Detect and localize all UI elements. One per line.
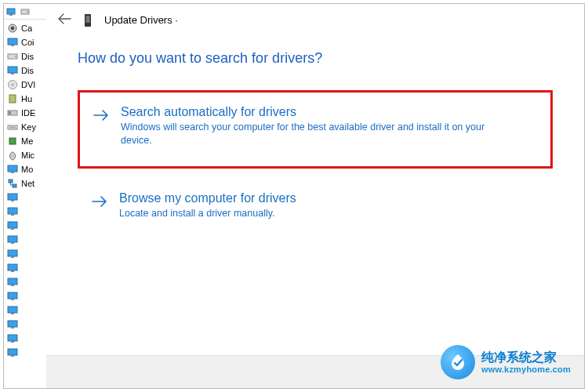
device-tree-item[interactable]: Ca [4, 21, 46, 35]
device-tree-item-label: Me [21, 136, 33, 146]
device-tree-item-label: Dis [21, 52, 34, 61]
device-tree: CaCoiDisDisDVIHuIDEKeyMeMicMoNet [4, 20, 46, 360]
svg-rect-10 [8, 67, 17, 73]
device-tree-item[interactable]: Net [4, 176, 46, 191]
svg-point-3 [27, 11, 28, 13]
device-tree-item-label: Ca [21, 24, 32, 33]
monitor-icon [7, 249, 18, 260]
monitor-icon [7, 192, 18, 203]
device-tree-item[interactable]: Hu [4, 92, 46, 106]
option-title: Search automatically for drivers [121, 105, 536, 119]
dialog-question: How do you want to search for drivers? [78, 50, 553, 67]
svg-rect-33 [8, 250, 17, 256]
arrow-right-icon [93, 108, 110, 125]
device-tree-item[interactable] [4, 332, 46, 346]
ide-icon [7, 107, 18, 118]
monitor-icon [7, 37, 18, 48]
device-tree-item[interactable]: Dis [4, 64, 46, 78]
option-title: Browse my computer for drivers [119, 191, 538, 205]
device-tree-item[interactable] [4, 289, 46, 303]
svg-rect-6 [8, 38, 17, 45]
device-manager-sidebar: CaCoiDisDisDVIHuIDEKeyMeMicMoNet [4, 4, 46, 388]
svg-rect-0 [7, 9, 15, 14]
device-tree-item[interactable] [4, 247, 46, 261]
svg-rect-29 [8, 222, 17, 228]
watermark-title: 纯净系统之家 [481, 350, 571, 365]
device-tree-item[interactable]: Key [4, 120, 46, 134]
window-frame: CaCoiDisDisDVIHuIDEKeyMeMicMoNet Update … [3, 3, 585, 389]
svg-rect-21 [8, 165, 17, 172]
svg-rect-46 [11, 341, 14, 343]
svg-rect-14 [9, 95, 16, 103]
option-browse-computer[interactable]: Browse my computer for drivers Locate an… [78, 181, 553, 232]
back-button[interactable] [57, 12, 71, 28]
watermark: 纯净系统之家 www.kzmyhome.com [441, 345, 571, 379]
monitor-icon [7, 291, 18, 302]
svg-rect-36 [11, 270, 14, 272]
dialog-body: How do you want to search for drivers? S… [46, 33, 584, 232]
device-tree-item-label: Dis [21, 66, 34, 75]
svg-rect-26 [11, 200, 14, 201]
monitor-icon [7, 347, 18, 358]
device-tree-item-label: Mo [21, 165, 33, 174]
monitor-icon [7, 305, 18, 316]
svg-rect-45 [8, 335, 17, 341]
device-tree-item[interactable] [4, 261, 46, 275]
network-icon [7, 178, 18, 189]
device-tree-item[interactable]: Mic [4, 148, 46, 162]
disc-icon [7, 79, 18, 90]
device-tree-item-label: Net [21, 179, 34, 188]
option-text: Browse my computer for drivers Locate an… [119, 191, 538, 220]
watermark-url: www.kzmyhome.com [481, 365, 571, 374]
svg-rect-37 [8, 278, 17, 285]
device-tree-item[interactable] [4, 191, 46, 205]
computer-icon [5, 6, 16, 17]
device-tree-item[interactable] [4, 219, 46, 233]
device-tree-item-label: DVI [21, 80, 35, 89]
device-tree-item[interactable] [4, 318, 46, 332]
mouse-icon [7, 150, 18, 161]
device-tree-item[interactable]: Dis [4, 49, 46, 64]
device-tree-item[interactable] [4, 275, 46, 289]
device-tree-item[interactable] [4, 303, 46, 318]
svg-rect-7 [11, 45, 14, 46]
option-search-automatically[interactable]: Search automatically for drivers Windows… [78, 90, 553, 169]
svg-rect-24 [13, 184, 16, 187]
camera-icon [7, 23, 18, 34]
device-tree-item[interactable] [4, 346, 46, 360]
device-tree-item-label: Coi [21, 38, 34, 47]
svg-rect-38 [11, 285, 14, 286]
svg-point-9 [15, 56, 16, 57]
device-tree-item[interactable]: Coi [4, 35, 46, 49]
monitor-icon [7, 333, 18, 344]
arrow-right-icon [91, 194, 108, 212]
svg-rect-30 [11, 228, 14, 230]
svg-rect-1 [9, 14, 13, 16]
device-manager-toolbar [4, 4, 46, 20]
monitor-icon [7, 277, 18, 288]
device-tree-item-label: Mic [21, 151, 34, 160]
option-text: Search automatically for drivers Windows… [121, 105, 536, 147]
svg-rect-22 [11, 172, 14, 173]
device-tree-item[interactable] [4, 233, 46, 247]
svg-rect-31 [8, 236, 17, 242]
svg-rect-18 [9, 127, 16, 129]
svg-rect-41 [8, 307, 17, 313]
monitor-icon [7, 234, 18, 245]
svg-rect-28 [11, 214, 14, 216]
device-tree-item[interactable]: Mo [4, 162, 46, 176]
drive-icon [20, 6, 31, 17]
monitor-icon [7, 206, 18, 217]
device-tree-item[interactable] [4, 205, 46, 219]
device-tree-item-label: Hu [21, 94, 32, 103]
device-tree-item[interactable]: DVI [4, 78, 46, 92]
device-icon [82, 13, 93, 27]
update-drivers-dialog: Update Drivers · How do you want to sear… [46, 4, 584, 388]
device-tree-item[interactable]: IDE [4, 106, 46, 120]
device-tree-item[interactable]: Me [4, 134, 46, 148]
monitor-icon [7, 220, 18, 231]
svg-point-5 [11, 27, 14, 30]
watermark-logo-icon [441, 345, 475, 379]
svg-rect-47 [8, 349, 17, 355]
monitor-icon [7, 263, 18, 274]
